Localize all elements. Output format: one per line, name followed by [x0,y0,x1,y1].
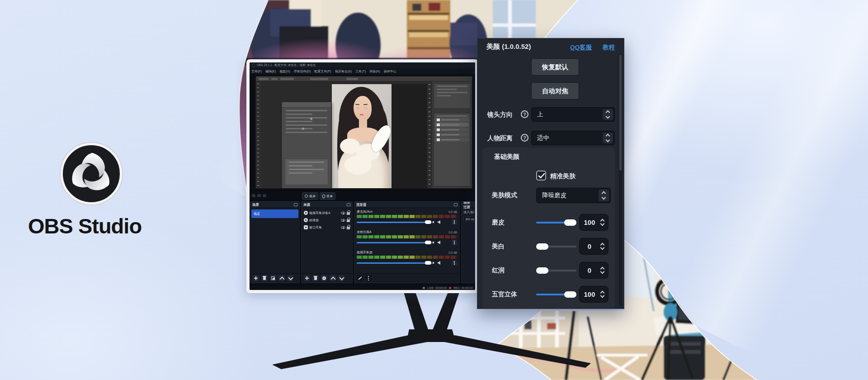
channel-menu-icon[interactable] [452,260,457,266]
spin-down-icon[interactable] [600,270,605,274]
whitening-spinner[interactable]: 0 [579,238,609,255]
rosy-spinner[interactable]: 0 [579,262,609,279]
source-properties-button[interactable] [321,275,327,281]
camera-direction-select[interactable]: 上 [531,107,615,122]
precise-skin-checkbox[interactable] [536,171,546,180]
source-move-down-button[interactable] [338,275,344,281]
speaker-icon[interactable] [437,220,440,224]
lock-icon[interactable] [347,219,350,222]
menu-help[interactable]: 帮助(H) [369,69,380,74]
person-distance-select[interactable]: 适中 [531,131,615,145]
source-row[interactable]: 视频采集设备A [302,209,351,216]
volume-slider[interactable] [357,262,434,264]
mixer-options-button[interactable] [365,275,372,281]
source-row[interactable]: 媒体源 [302,217,351,223]
scene-item-selected[interactable]: 场景 [251,209,298,218]
select-chevrons-icon [603,109,613,120]
scene-move-up-button[interactable] [278,275,285,281]
help-icon[interactable]: ? [521,110,528,118]
volume-slider[interactable] [357,242,434,243]
scene-item-label: 场景 [254,212,260,216]
menu-tools[interactable]: 工具(T) [355,69,366,74]
ps-pasteboard [392,84,429,189]
face-3d-spinner[interactable]: 100 [579,286,609,303]
channel-menu-icon[interactable] [452,240,457,245]
remove-source-button[interactable] [312,275,319,281]
popout-icon[interactable] [347,203,350,206]
source-row[interactable]: 窗口采集 [302,224,351,231]
menu-docks[interactable]: 停靠部件(D) [294,69,311,74]
panel-scrollbar[interactable] [619,54,622,306]
volume-slider[interactable] [357,222,434,223]
help-icon[interactable]: ? [521,134,528,142]
sources-title: 来源 [303,203,310,207]
tutorial-link[interactable]: 教程 [603,43,615,52]
scene-move-down-button[interactable] [287,275,293,281]
rosy-label: 红润 [492,266,505,275]
portrait-image [332,84,392,189]
whitening-slider[interactable] [536,246,576,247]
camera-direction-label: 镜头方向 [487,111,513,119]
visibility-icon[interactable] [341,212,345,214]
spinner-value: 100 [580,214,599,230]
ps-options-bar [256,76,472,81]
scene-filters-button[interactable] [270,275,276,281]
lock-icon[interactable] [347,227,350,229]
spin-down-icon[interactable] [600,222,605,226]
landscape-icon [305,195,308,198]
speaker-icon[interactable] [437,241,440,244]
slider-handle[interactable] [564,219,576,226]
skin-mode-select[interactable]: 降噪磨皮 [536,188,611,203]
channel-menu-icon[interactable] [452,219,457,225]
menu-view[interactable]: 视图(V) [279,69,290,74]
visibility-icon[interactable] [341,226,345,229]
menu-file[interactable]: 文件(F) [251,69,262,74]
menu-scene-collection[interactable]: 场景集合(S) [335,69,352,74]
menu-edit[interactable]: 编辑(E) [265,69,276,74]
audio-meter [357,235,457,238]
spin-down-icon[interactable] [600,246,605,250]
basic-beauty-section: 基础美颜 精准美肤 美肤模式 降噪磨皮 磨皮 100 [482,147,615,309]
remove-scene-button[interactable] [261,275,268,281]
popout-icon[interactable] [454,203,458,206]
tab-portrait[interactable]: 竖屏 [320,192,335,200]
slider-handle[interactable] [536,267,548,274]
tab-portrait-label: 竖屏 [326,194,333,199]
spin-down-icon[interactable] [600,294,605,298]
menu-plugin-center[interactable]: 插件中心 [384,69,396,74]
face-3d-slider[interactable] [536,294,576,295]
add-scene-button[interactable] [253,275,259,281]
source-move-up-button[interactable] [330,275,336,281]
tab-landscape[interactable]: 横屏 [302,192,318,200]
smooth-skin-slider[interactable] [536,222,576,223]
visibility-icon[interactable] [341,219,345,222]
transition-duration[interactable]: 300 ms [463,216,475,222]
add-source-button[interactable] [304,275,310,281]
qq-support-link[interactable]: QQ客服 [570,43,592,52]
smooth-skin-spinner[interactable]: 100 [579,214,609,231]
autofocus-button[interactable]: 自动对焦 [531,82,579,100]
skin-mode-label: 美肤模式 [492,191,517,200]
menu-profile[interactable]: 配置文件(P) [314,69,331,74]
slider-handle[interactable] [564,291,576,298]
audio-meter [357,256,457,259]
page: OBS Studio OBS 25.1.1 - 配置文件: 未命名 - 场景: … [0,0,868,380]
dock-scene-transitions: 场景过渡 淡入淡出 300 ms [461,201,475,283]
source-name: 视频采集设备A [309,211,340,215]
skin-mode-value: 降噪磨皮 [542,191,566,200]
obs-docks: 场景 场景 来源 [250,200,475,284]
restore-defaults-button[interactable]: 恢复默认 [531,58,579,76]
channel-name: 桌面音频A [357,230,372,234]
spinner-value: 100 [580,286,599,302]
speaker-icon[interactable] [437,261,440,265]
scenes-toolbar [250,273,299,283]
rosy-slider[interactable] [536,270,576,271]
lock-icon[interactable] [347,212,350,215]
preview-status-icons [252,194,266,197]
mixer-title: 混音器 [356,203,367,207]
precise-skin-label: 精准美肤 [550,172,576,180]
mixer-filters-button[interactable] [357,275,363,281]
popout-icon[interactable] [294,203,297,206]
slider-handle[interactable] [536,243,548,250]
scrollbar-thumb[interactable] [619,55,622,171]
